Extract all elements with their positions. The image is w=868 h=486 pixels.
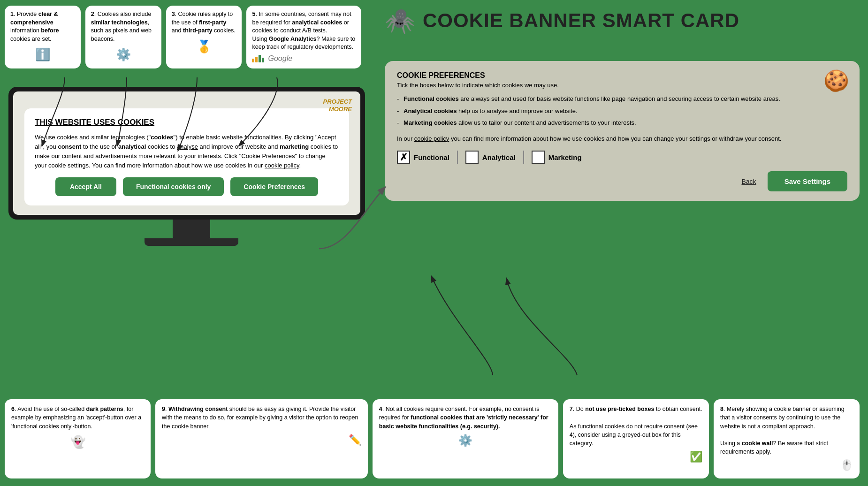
functional-checkbox[interactable]: ✗ [397,151,410,164]
callout-1: 1. Provide clear & compre­hensive inform… [5,6,81,68]
callout-2: 2. Cookies also include similar technolo… [85,6,161,68]
functional-only-button[interactable]: Functional cookies only [123,177,224,196]
mouse-icon: 🖱️ [720,458,853,473]
callout-6: 6. Avoid the use of so-called dark patte… [5,399,151,478]
callout-8: 8. Merely showing a cookie banner or ass… [714,399,860,478]
preferences-subtitle: Tick the boxes below to indicate which c… [397,82,847,89]
analytical-checkbox[interactable] [465,151,479,164]
callout-5: 5. In some countries, consent may not be… [246,6,361,68]
callout-4: 4. Not all cookies require consent. For … [373,399,558,478]
ghost-icon: 👻 [11,433,144,451]
marketing-checkbox[interactable] [532,151,545,164]
preference-checkboxes: ✗ Functional Analytical Marketing [397,151,847,164]
preferences-actions: Back Save Settings [397,171,847,191]
analytical-label: Analytical [482,153,516,161]
settings-icon: ⚙️ [379,433,552,449]
spider-icon: 🕷️ [385,8,415,33]
callout-7: 7. Do not use pre-ticked boxes to obtain… [563,399,709,478]
info-icon: ℹ️ [10,46,75,63]
separator [523,151,524,164]
callout-9: 9. Withdrawing consent should be as easy… [155,399,368,478]
monitor-screen: PROJECTMOORE THIS WEBSITE USES COOKIES W… [13,91,360,215]
cookie-preferences-panel: 🍪 COOKIE PREFERENCES Tick the boxes belo… [385,61,860,201]
top-callouts: 1. Provide clear & compre­hensive inform… [5,6,361,68]
checkmark-icon: ✅ [570,449,702,464]
banner-buttons: Accept All Functional cookies only Cooki… [35,177,339,196]
pencil-icon: ✏️ [162,433,361,448]
project-moore-label: PROJECTMOORE [323,98,352,113]
title-area: 🕷️ COOKIE BANNER SMART CARD [385,8,859,33]
list-item: Analytical cookies help us to analyse an… [397,106,847,116]
list-item: Functional cookies are always set and us… [397,94,847,104]
monitor: PROJECTMOORE THIS WEBSITE USES COOKIES W… [8,87,365,220]
banner-body: We use cookies and similar technologies … [35,133,339,171]
cookie-icon: 🍪 [823,68,849,93]
functional-checkbox-item: ✗ Functional [397,151,449,164]
google-logo: Google [252,53,356,64]
back-link[interactable]: Back [742,178,756,185]
functional-label: Functional [414,153,449,161]
cookie-banner: THIS WEBSITE USES COOKIES We use cookies… [24,108,349,205]
bottom-callouts: 6. Avoid the use of so-called dark patte… [5,399,860,478]
gear-icon: ⚙️ [91,46,156,63]
preferences-title: COOKIE PREFERENCES [397,71,847,80]
save-settings-button[interactable]: Save Settings [768,171,847,191]
banner-title: THIS WEBSITE USES COOKIES [35,118,339,127]
monitor-base [145,238,238,246]
marketing-label: Marketing [548,153,582,161]
cookie-types-list: Functional cookies are always set and us… [397,94,847,128]
accept-all-button[interactable]: Accept All [55,177,116,196]
analytical-checkbox-item: Analytical [465,151,516,164]
monitor-wrap: PROJECTMOORE THIS WEBSITE USES COOKIES W… [8,87,374,246]
cookie-preferences-button[interactable]: Cookie Preferences [230,177,318,196]
page-title: COOKIE BANNER SMART CARD [423,9,739,32]
cookie-policy-link[interactable]: cookie policy [414,135,449,142]
marketing-checkbox-item: Marketing [532,151,582,164]
list-item: Marketing cookies allow us to tailor our… [397,118,847,128]
callout-3: 3. Cookie rules apply to the use of firs… [166,6,242,68]
medal-icon: 🥇 [172,38,236,55]
monitor-stand [173,220,210,238]
separator [457,151,458,164]
cookie-policy-para: In our cookie policy you can find more i… [397,134,847,144]
